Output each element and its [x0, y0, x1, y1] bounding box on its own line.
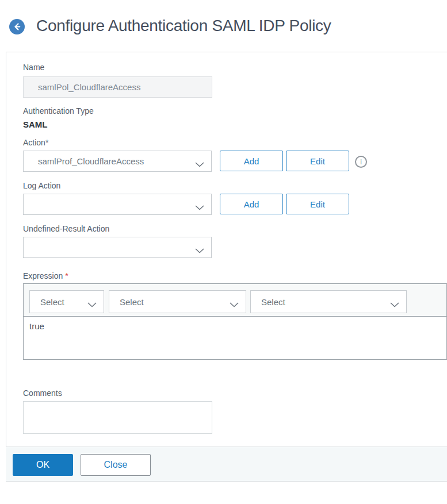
comments-input[interactable]	[23, 401, 212, 434]
undefined-result-action-select[interactable]	[23, 237, 212, 258]
expression-select-3[interactable]: Select	[250, 290, 407, 313]
chevron-down-icon	[390, 299, 399, 309]
chevron-down-icon	[195, 159, 204, 169]
required-asterisk: *	[65, 271, 68, 280]
chevron-down-icon	[195, 245, 204, 255]
log-action-add-button[interactable]: Add	[220, 194, 283, 214]
undefined-result-action-label: Undefined-Result Action	[23, 224, 109, 233]
expression-input[interactable]: true	[24, 317, 446, 359]
expression-select-1-value: Select	[40, 297, 64, 307]
authentication-type-label: Authentication Type	[23, 106, 94, 116]
back-button[interactable]	[9, 19, 25, 34]
authentication-type-value: SAML	[23, 120, 48, 129]
action-label: Action*	[23, 138, 48, 147]
action-select-value: samlProf_CloudflareAccess	[38, 156, 144, 166]
log-action-select[interactable]	[23, 194, 212, 215]
action-select[interactable]: samlProf_CloudflareAccess	[23, 151, 212, 172]
chevron-down-icon	[195, 202, 204, 212]
ok-button[interactable]: OK	[13, 454, 73, 476]
expression-select-3-value: Select	[261, 297, 285, 307]
expression-select-2[interactable]: Select	[109, 290, 246, 313]
name-input[interactable]	[23, 76, 212, 98]
info-icon-glyph: i	[360, 158, 362, 166]
arrow-left-icon	[13, 22, 21, 31]
info-icon[interactable]: i	[355, 156, 367, 168]
footer-bar: OK Close	[6, 447, 447, 482]
page-title: Configure Authentication SAML IDP Policy	[36, 17, 331, 35]
action-edit-button[interactable]: Edit	[286, 151, 349, 171]
name-label: Name	[23, 63, 44, 72]
log-action-edit-button[interactable]: Edit	[286, 194, 349, 214]
expression-select-2-value: Select	[120, 297, 144, 307]
action-add-button[interactable]: Add	[220, 151, 283, 171]
configure-saml-idp-policy-screen: Configure Authentication SAML IDP Policy…	[0, 0, 447, 504]
chevron-down-icon	[230, 299, 239, 309]
log-action-label: Log Action	[23, 181, 60, 190]
expression-builder: Select Select Select true	[23, 283, 447, 360]
chevron-down-icon	[87, 299, 97, 309]
expression-label: Expression *	[23, 271, 68, 280]
expression-toolbar: Select Select Select	[24, 284, 446, 317]
close-button[interactable]: Close	[81, 454, 151, 476]
expression-select-1[interactable]: Select	[29, 290, 104, 313]
comments-label: Comments	[23, 388, 62, 398]
